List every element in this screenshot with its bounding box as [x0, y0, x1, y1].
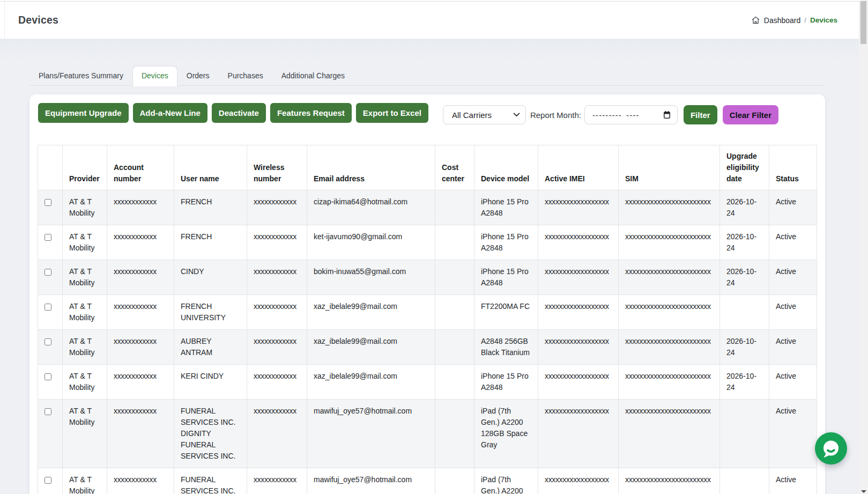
row-checkbox-cell — [38, 260, 63, 295]
export-to-excel-button[interactable]: Export to Excel — [356, 103, 428, 123]
carrier-select[interactable]: All Carriers — [443, 105, 526, 124]
cell-imei: xxxxxxxxxxxxxxxxxx — [538, 295, 619, 330]
devices-table-wrap: ProviderAccount numberUser nameWireless … — [38, 145, 817, 494]
cell-cost — [435, 468, 474, 494]
chat-widget-button[interactable] — [815, 432, 847, 464]
row-checkbox[interactable] — [44, 477, 51, 484]
clear-filter-button[interactable]: Clear Filter — [723, 105, 778, 124]
toolbar: Equipment Upgrade Add-a-New Line Deactiv… — [29, 94, 825, 124]
deactivate-button[interactable]: Deactivate — [212, 103, 266, 123]
cell-email: cizap-ikima64@hotmail.com — [307, 190, 435, 225]
browser-scrollbar[interactable] — [859, 0, 868, 494]
cell-email: mawifuj_oye57@hotmail.com — [307, 468, 435, 494]
column-header-provider: Provider — [63, 145, 107, 190]
cell-wireless: xxxxxxxxxxxx — [247, 330, 307, 365]
filter-controls: All Carriers Report Month: --------- ---… — [443, 105, 778, 124]
cell-user: KERI CINDY — [174, 365, 247, 400]
cell-device: A2848 256GB Black Titanium — [474, 330, 538, 365]
column-header-upgrade-eligibility-date: Upgrade eligibility date — [720, 145, 769, 190]
cell-cost — [435, 400, 474, 468]
add-a-new-line-button[interactable]: Add-a-New Line — [133, 103, 207, 123]
cell-imei: xxxxxxxxxxxxxxxxxx — [538, 400, 619, 468]
breadcrumb: Dashboard / Devices — [751, 16, 837, 25]
cell-sim: xxxxxxxxxxxxxxxxxxxxxxxx — [619, 295, 720, 330]
column-header-cost-center: Cost center — [435, 145, 474, 190]
report-month-input[interactable]: --------- ---- — [584, 105, 678, 124]
content-card: Equipment Upgrade Add-a-New Line Deactiv… — [29, 94, 825, 494]
column-header-user-name: User name — [174, 145, 247, 190]
row-checkbox-cell — [38, 365, 63, 400]
breadcrumb-devices[interactable]: Devices — [810, 16, 837, 24]
column-header-checkbox — [38, 145, 63, 190]
cell-provider: AT & T Mobility — [63, 190, 107, 225]
cell-cost — [435, 330, 474, 365]
cell-email: bokim-inuwa55@gmail.com — [307, 260, 435, 295]
home-icon[interactable] — [751, 16, 760, 25]
row-checkbox-cell — [38, 400, 63, 468]
row-checkbox-cell — [38, 225, 63, 260]
tab-bar: Plans/Features SummaryDevicesOrdersPurch… — [29, 66, 825, 86]
row-checkbox[interactable] — [44, 373, 51, 380]
cell-cost — [435, 225, 474, 260]
cell-sim: xxxxxxxxxxxxxxxxxxxxxxxx — [619, 330, 720, 365]
breadcrumb-dashboard[interactable]: Dashboard — [764, 16, 801, 25]
cell-email: xaz_ibelale99@mail.com — [307, 365, 435, 400]
scrollbar-thumb[interactable] — [860, 1, 866, 44]
row-checkbox[interactable] — [44, 338, 51, 345]
cell-user: FUNERAL SERVICES INC. DIGNITY FUNERAL SE… — [174, 400, 247, 468]
tab-additional-charges[interactable]: Additional Charges — [272, 66, 354, 85]
row-checkbox-cell — [38, 190, 63, 225]
cell-wireless: xxxxxxxxxxxx — [247, 400, 307, 468]
row-checkbox[interactable] — [44, 234, 51, 241]
cell-device: iPhone 15 Pro A2848 — [474, 225, 538, 260]
cell-cost — [435, 295, 474, 330]
column-header-email-address: Email address — [307, 145, 435, 190]
table-header-row: ProviderAccount numberUser nameWireless … — [38, 145, 817, 190]
cell-account: xxxxxxxxxxxx — [107, 400, 174, 468]
cell-imei: xxxxxxxxxxxxxxxxxx — [538, 225, 619, 260]
column-header-active-imei: Active IMEI — [538, 145, 619, 190]
cell-imei: xxxxxxxxxxxxxxxxxx — [538, 190, 619, 225]
table-row: AT & T MobilityxxxxxxxxxxxxFRENCHxxxxxxx… — [38, 190, 817, 225]
cell-account: xxxxxxxxxxxx — [107, 330, 174, 365]
cell-user: FUNERAL SERVICES INC. — [174, 468, 247, 494]
tab-purchases[interactable]: Purchases — [219, 66, 272, 85]
tab-devices[interactable]: Devices — [132, 66, 177, 86]
cell-status: Active — [769, 260, 817, 295]
cell-account: xxxxxxxxxxxx — [107, 225, 174, 260]
cell-cost — [435, 365, 474, 400]
equipment-upgrade-button[interactable]: Equipment Upgrade — [38, 103, 129, 123]
cell-sim: xxxxxxxxxxxxxxxxxxxxxxxx — [619, 468, 720, 494]
table-row: AT & T MobilityxxxxxxxxxxxxFUNERAL SERVI… — [38, 400, 817, 468]
cell-account: xxxxxxxxxxxx — [107, 190, 174, 225]
cell-imei: xxxxxxxxxxxxxxxxxx — [538, 330, 619, 365]
cell-account: xxxxxxxxxxxx — [107, 295, 174, 330]
cell-cost — [435, 190, 474, 225]
filter-button[interactable]: Filter — [684, 105, 717, 124]
cell-account: xxxxxxxxxxxx — [107, 468, 174, 494]
cell-imei: xxxxxxxxxxxxxxxxxx — [538, 365, 619, 400]
page-title: Devices — [18, 14, 58, 26]
cell-email: ket-ijavumo90@gmail.com — [307, 225, 435, 260]
row-checkbox[interactable] — [44, 199, 51, 206]
scrollbar-down-arrow[interactable] — [861, 490, 866, 493]
table-row: AT & T MobilityxxxxxxxxxxxxCINDYxxxxxxxx… — [38, 260, 817, 295]
cell-provider: AT & T Mobility — [63, 330, 107, 365]
calendar-icon[interactable] — [664, 111, 670, 119]
tab-plans-features-summary[interactable]: Plans/Features Summary — [29, 66, 132, 85]
breadcrumb-separator: / — [804, 16, 806, 24]
cell-upgrade: 2026-10-24 — [720, 225, 769, 260]
row-checkbox-cell — [38, 468, 63, 494]
row-checkbox[interactable] — [44, 408, 51, 415]
features-request-button[interactable]: Features Request — [270, 103, 352, 123]
tab-orders[interactable]: Orders — [177, 66, 219, 85]
cell-sim: xxxxxxxxxxxxxxxxxxxxxxxx — [619, 365, 720, 400]
table-row: AT & T MobilityxxxxxxxxxxxxAUBREY ANTRAM… — [38, 330, 817, 365]
cell-upgrade: 2026-10-24 — [720, 190, 769, 225]
row-checkbox-cell — [38, 295, 63, 330]
cell-email: mawifuj_oye57@hotmail.com — [307, 400, 435, 468]
cell-device: iPhone 15 Pro A2848 — [474, 190, 538, 225]
row-checkbox[interactable] — [44, 304, 51, 311]
row-checkbox[interactable] — [44, 269, 51, 276]
cell-device: iPad (7th Gen.) A2200 128GB Space Gray — [474, 400, 538, 468]
